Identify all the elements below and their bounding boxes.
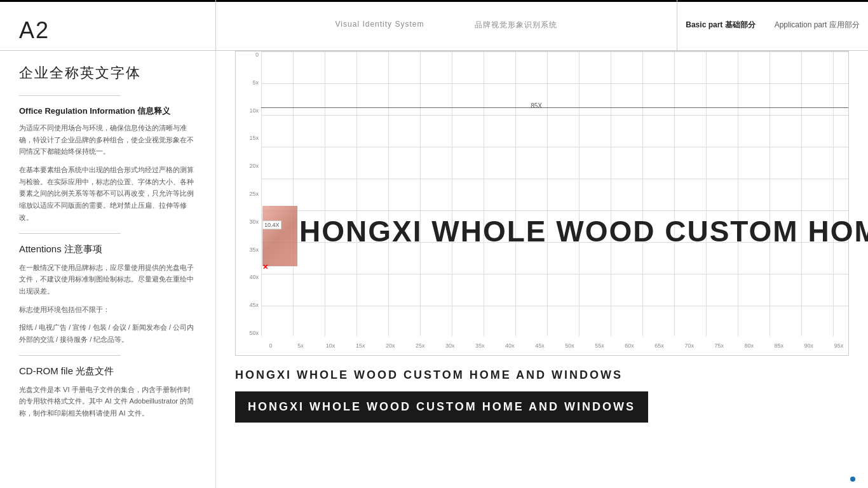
chart-area: 50x 45x 40x 35x 30x 25x 20x 15x 10x 5x 0… [235, 51, 849, 356]
x-label-5: 5x [291, 342, 310, 349]
sidebar: 企业全称英文字体 Office Regulation Information 信… [0, 51, 216, 488]
section3-body1: 光盘文件是本 VI 手册电子文件的集合，内含手册制作时的专用软件格式文件。其中 … [19, 384, 196, 419]
x-label-40: 40x [500, 342, 519, 349]
nav-basic: Basic part 基础部分 [686, 20, 755, 30]
section3-heading: CD-ROM file 光盘文件 [19, 365, 196, 377]
y-label-25: 25x [249, 191, 259, 197]
divider-3 [19, 355, 121, 356]
nav-application: Application part 应用部分 [775, 20, 860, 30]
y-label-45: 45x [249, 302, 259, 308]
top-header: A2 Visual Identity System 品牌视觉形象识别系统 Bas… [0, 0, 868, 51]
line-85x [261, 107, 848, 108]
x-label-95: 95x [829, 342, 848, 349]
brand-text-area: HONGXI WHOLE WOOD CUSTOM HOME AND WINDOW… [216, 356, 868, 432]
x-label-65: 65x [650, 342, 669, 349]
header-right: Basic part 基础部分 Application part 应用部分 [677, 0, 868, 50]
header-center: Visual Identity System 品牌视觉形象识别系统 [216, 0, 677, 50]
x-label-85: 85x [770, 342, 789, 349]
y-label-20: 20x [249, 163, 259, 169]
x-label-90: 90x [799, 342, 818, 349]
x-label-35: 35x [470, 342, 489, 349]
chart-grid [261, 51, 848, 336]
y-label-0: 0 [255, 51, 259, 58]
section2-body3: 报纸 / 电视广告 / 宣传 / 包装 / 会议 / 新闻发布会 / 公司内外部… [19, 322, 196, 345]
label-85x: 85X [531, 102, 542, 109]
y-label-15: 15x [249, 135, 259, 141]
y-label-35: 35x [249, 247, 259, 253]
vi-title-en: Visual Identity System [336, 20, 424, 30]
x-label-55: 55x [590, 342, 609, 349]
divider-2 [19, 233, 121, 234]
section-title: 企业全称英文字体 [19, 64, 196, 83]
brand-text-dark-container: HONGXI WHOLE WOOD CUSTOM HOME AND WINDOW… [235, 391, 648, 423]
main-content: 50x 45x 40x 35x 30x 25x 20x 15x 10x 5x 0… [216, 51, 868, 488]
header-center-top: Visual Identity System 品牌视觉形象识别系统 [336, 20, 558, 30]
x-mark: ✕ [262, 263, 268, 271]
x-label-10: 10x [321, 342, 340, 349]
header-left: A2 [0, 0, 216, 50]
x-label-75: 75x [710, 342, 729, 349]
label-10x: 10.4X [262, 220, 281, 229]
x-label-50: 50x [560, 342, 579, 349]
x-axis: 0 5x 10x 15x 20x 25x 30x 35x 40x 45x 50x… [261, 336, 848, 355]
brand-text-white: HONGXI WHOLE WOOD CUSTOM HOME AND WINDOW… [248, 400, 635, 413]
x-label-80: 80x [740, 342, 759, 349]
x-label-15: 15x [351, 342, 370, 349]
y-label-5: 5x [252, 79, 259, 86]
divider-1 [19, 95, 121, 96]
bottom-dot [850, 477, 855, 482]
logo-placeholder [262, 206, 297, 266]
x-label-20: 20x [381, 342, 400, 349]
section1-body2: 在基本要素组合系统中出现的组合形式均经过严格的测算与检验。在实际应用中，标志的位… [19, 164, 196, 223]
y-axis: 50x 45x 40x 35x 30x 25x 20x 15x 10x 5x 0 [236, 51, 261, 336]
y-label-30: 30x [249, 219, 259, 225]
chart-brand-text: HONGXI WHOLE WOOD CUSTOM HOME AND WINDOW… [299, 214, 868, 248]
x-label-60: 60x [620, 342, 639, 349]
section2-body1: 在一般情况下使用品牌标志，应尽量使用提供的光盘电子文件，不建议使用标准制图绘制标… [19, 262, 196, 297]
y-label-50: 50x [249, 330, 259, 336]
x-label-30: 30x [440, 342, 459, 349]
section1-body1: 为适应不同使用场合与环境，确保信息传达的清晰与准确，特设计了企业品牌的多种组合，… [19, 122, 196, 158]
y-label-10: 10x [249, 107, 259, 114]
x-label-25: 25x [410, 342, 430, 349]
x-label-0: 0 [261, 342, 280, 349]
section2-heading: Attentions 注意事项 [19, 243, 196, 255]
x-label-70: 70x [680, 342, 699, 349]
page-number: A2 [19, 17, 50, 44]
vi-title-cn: 品牌视觉形象识别系统 [475, 20, 557, 30]
y-label-40: 40x [249, 274, 259, 280]
section2-body2: 标志使用环境包括但不限于： [19, 304, 196, 316]
x-label-45: 45x [530, 342, 549, 349]
brand-text-light: HONGXI WHOLE WOOD CUSTOM HOME AND WINDOW… [235, 365, 849, 385]
section1-heading: Office Regulation Information 信息释义 [19, 105, 196, 117]
